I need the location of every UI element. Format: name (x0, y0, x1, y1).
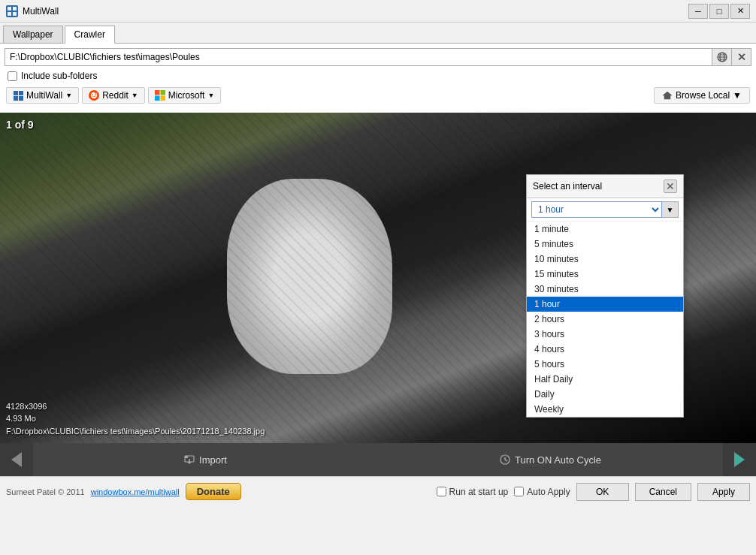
titlebar: MultiWall ─ □ ✕ (0, 0, 756, 23)
svg-point-16 (92, 94, 94, 95)
close-button[interactable]: ✕ (730, 4, 750, 19)
svg-rect-4 (13, 12, 17, 16)
interval-item[interactable]: 1 hour (527, 297, 683, 312)
interval-dialog-title: Select an interval (533, 181, 602, 192)
interval-item[interactable]: 30 minutes (527, 282, 683, 297)
microsoft-icon (155, 90, 165, 101)
interval-dialog: Select an interval ✕ 1 minute5 minutes10… (526, 174, 684, 418)
clock-icon (500, 454, 510, 465)
interval-item[interactable]: 2 hours (527, 312, 683, 327)
prev-button[interactable] (0, 443, 33, 476)
source-bar: MultiWall ▼ Reddit ▼ (5, 86, 751, 105)
auto-apply-checkbox[interactable] (514, 487, 524, 496)
run-at-startup-label[interactable]: Run at start up (437, 487, 509, 497)
subfolders-row: Include sub-folders (5, 71, 751, 81)
multiwall-source-button[interactable]: MultiWall ▼ (6, 87, 79, 104)
search-globe-button[interactable] (712, 48, 732, 66)
credit-link[interactable]: windowbox.me/multiwall (91, 487, 180, 496)
main-content: ✕ Include sub-folders MultiWall ▼ (0, 44, 756, 113)
interval-dropdown-arrow-btn[interactable]: ▼ (662, 201, 679, 218)
reddit-icon (89, 90, 99, 101)
subfolders-checkbox[interactable] (8, 71, 17, 81)
prev-arrow-icon (11, 452, 22, 467)
interval-item[interactable]: 4 hours (527, 342, 683, 357)
interval-item[interactable]: 5 hours (527, 357, 683, 372)
search-bar: ✕ (5, 48, 751, 66)
svg-point-17 (95, 94, 96, 95)
svg-rect-12 (14, 96, 18, 101)
auto-cycle-button[interactable]: Turn ON Auto Cycle (378, 443, 723, 476)
search-input[interactable] (5, 48, 712, 66)
svg-rect-3 (8, 12, 11, 16)
app-icon (6, 5, 18, 17)
donate-button[interactable]: Donate (186, 483, 241, 500)
svg-rect-1 (8, 7, 11, 11)
interval-item[interactable]: 5 minutes (527, 237, 683, 252)
browse-local-dropdown-arrow: ▼ (733, 90, 742, 101)
interval-select[interactable]: 1 minute5 minutes10 minutes15 minutes30 … (531, 201, 662, 218)
svg-line-32 (505, 460, 507, 461)
microsoft-dropdown-arrow: ▼ (207, 92, 214, 99)
svg-rect-21 (155, 90, 160, 95)
next-button[interactable] (723, 443, 756, 476)
interval-item[interactable]: 15 minutes (527, 267, 683, 282)
subfolders-label[interactable]: Include sub-folders (21, 71, 97, 81)
browse-local-button[interactable]: Browse Local ▼ (654, 87, 750, 104)
app-title: MultiWall (23, 6, 688, 17)
svg-rect-24 (160, 96, 165, 101)
minimize-button[interactable]: ─ (688, 4, 708, 19)
window-controls: ─ □ ✕ (688, 4, 750, 19)
interval-item[interactable]: Daily (527, 387, 683, 402)
image-info: 4128x3096 4.93 Mo F:\Dropbox\CLUBIC\fich… (6, 400, 265, 438)
multiwall-icon (13, 90, 23, 101)
svg-marker-25 (663, 92, 672, 99)
reddit-dropdown-arrow: ▼ (132, 92, 138, 99)
ok-button[interactable]: OK (576, 483, 629, 501)
svg-rect-13 (19, 96, 23, 101)
interval-item[interactable]: Weekly (527, 402, 683, 417)
interval-dialog-close[interactable]: ✕ (664, 179, 677, 193)
image-counter: 1 of 9 (6, 119, 34, 131)
apply-button[interactable]: Apply (697, 483, 750, 501)
multiwall-dropdown-arrow: ▼ (65, 92, 72, 99)
interval-list: 1 minute5 minutes10 minutes15 minutes30 … (527, 222, 683, 417)
svg-rect-2 (13, 7, 17, 11)
credit-text: Sumeet Patel © 2011 (6, 487, 85, 496)
run-at-startup-checkbox[interactable] (437, 487, 446, 496)
svg-rect-22 (160, 90, 165, 95)
svg-rect-27 (185, 456, 188, 458)
image-path: F:\Dropbox\CLUBIC\fichiers test\images\P… (6, 425, 265, 438)
image-filesize: 4.93 Mo (6, 412, 265, 425)
action-bar: Import Turn ON Auto Cycle (0, 443, 756, 476)
interval-dialog-header: Select an interval ✕ (527, 175, 683, 198)
next-arrow-icon (734, 452, 745, 467)
microsoft-source-button[interactable]: Microsoft ▼ (148, 87, 222, 104)
globe-icon (717, 52, 727, 62)
tab-crawler[interactable]: Crawler (65, 26, 115, 44)
svg-rect-23 (155, 96, 160, 101)
import-button[interactable]: Import (33, 443, 378, 476)
svg-rect-11 (19, 91, 23, 95)
interval-select-row: 1 minute5 minutes10 minutes15 minutes30 … (527, 198, 683, 222)
auto-apply-label[interactable]: Auto Apply (514, 487, 570, 497)
cancel-button[interactable]: Cancel (635, 483, 691, 501)
home-icon (662, 91, 673, 100)
interval-item[interactable]: 1 minute (527, 222, 683, 237)
svg-rect-10 (14, 91, 18, 95)
interval-item[interactable]: Half Daily (527, 372, 683, 387)
image-dimensions: 4128x3096 (6, 400, 265, 413)
svg-marker-29 (187, 462, 192, 464)
search-clear-button[interactable]: ✕ (732, 48, 751, 66)
bottom-bar: Sumeet Patel © 2011 windowbox.me/multiwa… (0, 476, 756, 506)
reddit-source-button[interactable]: Reddit ▼ (82, 87, 145, 104)
interval-item[interactable]: 3 hours (527, 327, 683, 342)
import-icon (184, 455, 195, 464)
interval-item[interactable]: 10 minutes (527, 252, 683, 267)
tab-bar: Wallpaper Crawler (0, 23, 756, 44)
maximize-button[interactable]: □ (709, 4, 729, 19)
tab-wallpaper[interactable]: Wallpaper (3, 26, 63, 43)
